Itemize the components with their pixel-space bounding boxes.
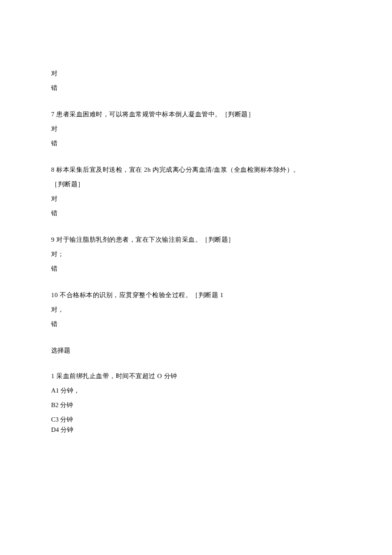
option-true: 对 bbox=[51, 68, 341, 78]
option-b: B2 分钟 bbox=[51, 400, 341, 410]
question-8: 8 标本采集后宜及时送检，宜在 2h 内完成离心分离血清/血浆（全血检测标本除外… bbox=[51, 165, 341, 218]
option-false: 错 bbox=[51, 263, 341, 274]
question-6-options: 对 错 bbox=[51, 68, 341, 93]
option-c: C3 分钟 bbox=[51, 414, 341, 425]
question-9: 9 对于输注脂肪乳剂的患者，宜在下次输注前采血。［判断题］ 对； 错 bbox=[51, 234, 341, 274]
question-text: 9 对于输注脂肪乳剂的患者，宜在下次输注前采血。［判断题］ bbox=[51, 234, 341, 245]
option-true: 对； bbox=[51, 249, 341, 259]
option-false: 错 bbox=[51, 208, 341, 218]
option-true: 对， bbox=[51, 304, 341, 315]
option-false: 错 bbox=[51, 319, 341, 329]
question-7: 7 患者采血困难时，可以将血常规管中标本倒人凝血管中。［判断题］ 对 错 bbox=[51, 109, 341, 148]
question-text: 7 患者采血困难时，可以将血常规管中标本倒人凝血管中。［判断题］ bbox=[51, 109, 341, 119]
mc-question-1: 1 采血前绑扎止血带，时间不宜超过 O 分钟 A1 分钟， B2 分钟 C3 分… bbox=[51, 371, 341, 435]
section-heading: 选择题 bbox=[51, 345, 341, 356]
option-d: D4 分钟 bbox=[51, 425, 341, 435]
question-text: 1 采血前绑扎止血带，时间不宜超过 O 分钟 bbox=[51, 371, 341, 381]
question-text-line-2: ［判断题］ bbox=[51, 179, 341, 189]
option-true: 对 bbox=[51, 124, 341, 134]
option-a: A1 分钟， bbox=[51, 385, 341, 396]
option-false: 错 bbox=[51, 138, 341, 148]
question-text: 10 不合格标本的识别，应贯穿整个检验全过程。［判断题 1 bbox=[51, 290, 341, 300]
option-true: 对 bbox=[51, 194, 341, 204]
question-10: 10 不合格标本的识别，应贯穿整个检验全过程。［判断题 1 对， 错 bbox=[51, 290, 341, 329]
option-false: 错 bbox=[51, 83, 341, 93]
question-text-line-1: 8 标本采集后宜及时送检，宜在 2h 内完成离心分离血清/血浆（全血检测标本除外… bbox=[51, 165, 341, 175]
